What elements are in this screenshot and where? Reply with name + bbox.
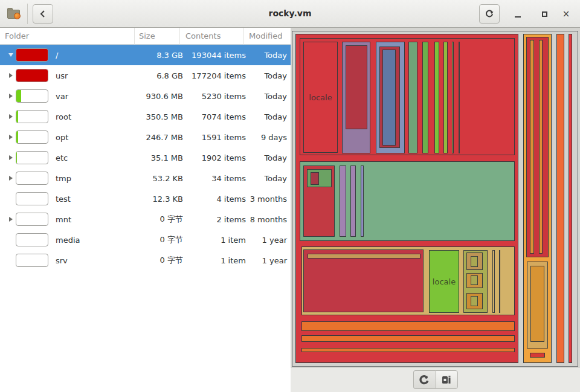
treemap-canvas: localelocale (292, 31, 578, 366)
orange-bar-1[interactable] (301, 321, 515, 331)
var-orange-bar-2[interactable] (539, 40, 543, 254)
window-title: rocky.vm (230, 0, 350, 27)
mid-purple-bar-1[interactable] (340, 165, 346, 237)
size-cell: 0 字节 (140, 234, 183, 245)
modified-cell: 9 days (246, 133, 291, 142)
blue-core[interactable] (382, 50, 396, 146)
maximize-button[interactable] (537, 7, 552, 21)
size-cell: 350.5 MB (140, 112, 183, 121)
folder-name: test (56, 194, 140, 204)
expander-icon[interactable] (6, 155, 16, 160)
mid-red-inner[interactable] (311, 172, 319, 185)
table-row[interactable]: root350.5 MB7074 itemsToday (0, 106, 291, 127)
folder-name: var (56, 92, 140, 101)
seagreen-bar[interactable] (408, 42, 417, 153)
table-row[interactable]: test12.3 KB4 items3 months (0, 188, 291, 209)
table-row[interactable]: var930.6 MB5230 itemsToday (0, 86, 291, 106)
table-row[interactable]: tmp53.2 KB34 itemsToday (0, 168, 291, 188)
reload-button[interactable] (479, 4, 500, 24)
modified-cell: Today (246, 174, 291, 183)
locale-rect[interactable]: locale (303, 42, 338, 153)
green-bar-2[interactable] (434, 42, 439, 153)
back-button[interactable] (33, 4, 53, 24)
folder-name: opt (56, 133, 140, 142)
usage-swatch (16, 213, 48, 226)
tan-thin-bar[interactable] (492, 250, 495, 313)
size-cell: 0 字节 (140, 214, 183, 225)
close-button[interactable]: × (559, 7, 573, 21)
mid-purple-bar-3[interactable] (361, 165, 364, 237)
rings-chart-button[interactable] (413, 370, 436, 389)
table-row[interactable]: mnt0 字节2 items8 months (0, 209, 291, 230)
column-header-folder[interactable]: Folder (0, 28, 134, 45)
modified-cell: 1 year (246, 236, 291, 245)
usage-swatch (16, 69, 48, 82)
column-header-modified[interactable]: Modified (243, 28, 291, 45)
modified-cell: Today (246, 112, 291, 121)
olive-square-2-inner[interactable] (471, 275, 478, 285)
contents-cell: 5230 items (183, 92, 246, 101)
orange-bar-3[interactable] (301, 348, 515, 352)
expander-icon[interactable] (6, 94, 16, 98)
usage-swatch (16, 48, 48, 62)
expander-icon[interactable] (6, 176, 16, 181)
var-tan-inner[interactable] (530, 266, 544, 342)
orange-bar-2[interactable] (301, 335, 515, 342)
locale-green-rect[interactable]: locale (429, 250, 459, 313)
olive-sliver[interactable] (452, 42, 454, 153)
olive-square-3-inner[interactable] (471, 296, 478, 306)
expander-icon[interactable] (6, 53, 16, 57)
folder-emblem-icon (14, 13, 21, 19)
contents-cell: 7074 items (183, 112, 246, 121)
green-bar-1[interactable] (422, 42, 428, 153)
size-cell: 35.1 MB (140, 153, 183, 162)
minimize-button[interactable] (511, 7, 525, 21)
treemap-label: locale (433, 277, 456, 286)
folder-name: srv (56, 256, 140, 265)
table-row[interactable]: opt246.7 MB1591 items9 days (0, 127, 291, 147)
size-cell: 8.3 GB (140, 51, 183, 60)
usage-swatch (16, 130, 48, 144)
scan-folder-icon[interactable] (7, 7, 22, 19)
var-red-bar[interactable] (530, 353, 545, 358)
size-cell: 12.3 KB (140, 194, 183, 204)
table-row[interactable]: usr6.8 GB177204 itemsToday (0, 65, 291, 86)
table-row[interactable]: media0 字节1 item1 year (0, 230, 291, 250)
modified-cell: 3 months (246, 194, 291, 204)
column-header-size[interactable]: Size (134, 28, 179, 45)
purple-inner-red[interactable] (346, 45, 367, 129)
stripe-orange[interactable] (556, 34, 564, 363)
modified-cell: 8 months (246, 215, 291, 224)
tan-red-topbar[interactable] (308, 254, 420, 259)
tan-dark-bar[interactable] (499, 250, 500, 313)
headerbar: rocky.vm × (0, 0, 580, 28)
chart-panel: localelocale (291, 28, 580, 392)
var-orange-bar-1[interactable] (530, 40, 534, 254)
tan-red-rect[interactable] (303, 249, 424, 312)
usage-swatch (16, 254, 48, 267)
contents-cell: 1 item (183, 236, 246, 245)
table-row[interactable]: srv0 字节1 item1 year (0, 250, 291, 271)
expander-icon[interactable] (6, 73, 16, 78)
contents-cell: 4 items (183, 194, 246, 204)
modified-cell: 1 year (246, 256, 291, 265)
treemap-chart-button[interactable] (436, 370, 458, 389)
expander-icon[interactable] (6, 135, 16, 140)
expander-icon[interactable] (6, 114, 16, 119)
folder-name: media (56, 236, 140, 245)
modified-cell: Today (246, 71, 291, 80)
contents-cell: 1902 items (183, 153, 246, 162)
usage-swatch (16, 233, 48, 246)
mid-purple-bar-2[interactable] (350, 165, 356, 237)
dark-sliver[interactable] (459, 42, 460, 153)
table-row[interactable]: etc35.1 MB1902 itemsToday (0, 147, 291, 168)
stripe-red[interactable] (569, 34, 572, 363)
column-header-contents[interactable]: Contents (179, 28, 243, 45)
green-bar-3[interactable] (443, 42, 448, 153)
folder-rows: /8.3 GB193044 itemsTodayusr6.8 GB177204 … (0, 45, 291, 271)
treemap-chart-icon (442, 375, 451, 385)
table-row[interactable]: /8.3 GB193044 itemsToday (0, 45, 291, 65)
minimize-icon (515, 16, 521, 18)
expander-icon[interactable] (6, 217, 16, 222)
olive-square-1-inner[interactable] (471, 256, 478, 267)
